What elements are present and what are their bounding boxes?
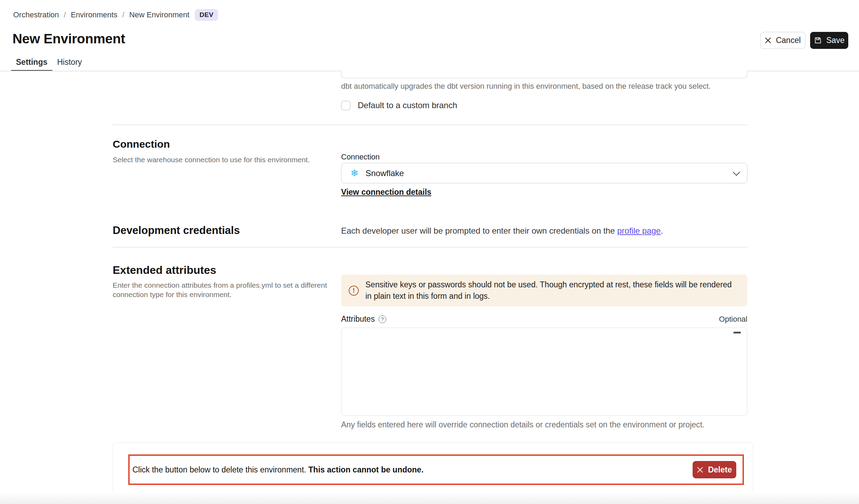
custom-branch-checkbox-label: Default to a custom branch (358, 101, 457, 110)
attributes-helper: Any fields entered here will override co… (341, 420, 704, 429)
custom-branch-checkbox-row: Default to a custom branch (341, 101, 457, 110)
warning-icon: ! (349, 286, 359, 296)
breadcrumb-orchestration[interactable]: Orchestration (13, 10, 59, 19)
snowflake-icon: ❄ (350, 168, 358, 178)
extended-attributes-heading: Extended attributes (113, 264, 216, 277)
collapse-editor-icon[interactable] (734, 332, 741, 333)
connection-select[interactable]: ❄ Snowflake (341, 163, 747, 183)
attributes-editor[interactable] (341, 328, 747, 415)
chevron-down-icon (733, 168, 740, 176)
tab-history[interactable]: History (52, 56, 87, 71)
delete-message-bold: This action cannot be undone. (309, 465, 424, 474)
tab-settings[interactable]: Settings (11, 56, 52, 71)
breadcrumb-current: New Environment (129, 10, 190, 19)
dev-credentials-text-before: Each developer user will be prompted to … (341, 226, 617, 235)
section-divider (113, 247, 747, 247)
close-icon (697, 467, 703, 473)
dev-credentials-text-after: . (661, 226, 663, 235)
env-type-badge: DEV (195, 9, 218, 21)
sensitive-keys-warning: ! Sensitive keys or passwords should not… (341, 275, 747, 306)
delete-message: Click the button below to delete this en… (132, 465, 424, 475)
connection-description: Select the warehouse connection to use f… (113, 155, 310, 164)
connection-selected-value: Snowflake (365, 168, 404, 178)
connection-heading: Connection (113, 138, 170, 150)
page-title: New Environment (12, 31, 125, 46)
custom-branch-checkbox[interactable] (341, 101, 350, 110)
optional-badge: Optional (719, 315, 747, 324)
connection-field-label: Connection (341, 153, 380, 162)
extended-attributes-description: Enter the connection attributes from a p… (113, 280, 336, 299)
release-track-input[interactable] (341, 71, 747, 78)
sensitive-keys-warning-text: Sensitive keys or passwords should not b… (365, 279, 739, 302)
page-bottom-fade (0, 492, 859, 504)
delete-message-regular: Click the button below to delete this en… (132, 465, 309, 474)
dev-credentials-heading: Development credentials (113, 224, 240, 237)
new-environment-page: Orchestration / Environments / New Envir… (0, 0, 859, 504)
close-icon (765, 37, 771, 44)
view-connection-details-link[interactable]: View connection details (341, 188, 431, 197)
save-button[interactable]: Save (810, 32, 848, 49)
cancel-button-label: Cancel (776, 36, 801, 45)
attributes-field-label: Attributes (341, 314, 375, 324)
breadcrumb: Orchestration / Environments / New Envir… (13, 9, 218, 21)
profile-page-link[interactable]: profile page (617, 226, 660, 235)
breadcrumb-environments[interactable]: Environments (71, 10, 118, 19)
cancel-button[interactable]: Cancel (760, 32, 805, 49)
delete-button[interactable]: Delete (693, 461, 736, 478)
save-icon (814, 36, 822, 44)
attributes-editor-container (341, 328, 747, 416)
breadcrumb-separator: / (122, 10, 124, 19)
delete-row-annotation: Click the button below to delete this en… (128, 454, 744, 485)
help-icon[interactable]: ? (379, 315, 386, 323)
section-divider (113, 124, 747, 125)
tab-bar: Settings History (11, 56, 87, 71)
breadcrumb-separator: / (64, 10, 66, 19)
save-button-label: Save (826, 36, 844, 45)
delete-button-label: Delete (708, 465, 732, 475)
attributes-label-row: Attributes ? Optional (341, 314, 747, 324)
delete-environment-card: Click the button below to delete this en… (113, 442, 753, 493)
release-track-helper: dbt automatically upgrades the dbt versi… (341, 82, 711, 91)
dev-credentials-text: Each developer user will be prompted to … (341, 226, 663, 236)
